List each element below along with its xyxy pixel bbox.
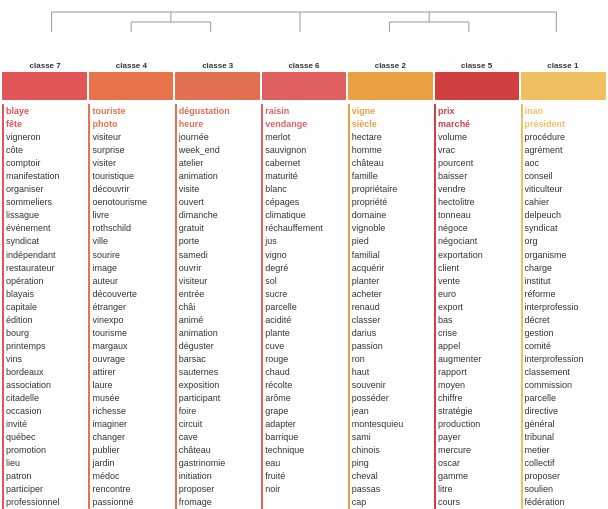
word-item: hectare: [352, 131, 431, 144]
word-item: acquérir: [352, 262, 431, 275]
word-item: jus: [265, 235, 344, 248]
word-item: passas: [352, 483, 431, 496]
word-item: metier: [525, 444, 604, 457]
word-item: musée: [92, 392, 171, 405]
word-item: prix: [438, 105, 517, 118]
word-item: montesquieu: [352, 418, 431, 431]
word-item: château: [179, 444, 258, 457]
word-item: rapport: [438, 366, 517, 379]
word-column-3: raisinvendangemerlotsauvignoncabernetmat…: [261, 104, 346, 509]
word-item: parcelle: [525, 392, 604, 405]
word-item: manifestation: [6, 170, 85, 183]
word-item: professionnel: [6, 496, 85, 509]
word-item: gratuit: [179, 222, 258, 235]
word-column-4: vignesièclehectarehommechâteaufamillepro…: [348, 104, 433, 509]
word-item: homme: [352, 144, 431, 157]
word-item: gastrinomie: [179, 457, 258, 470]
color-block-1: [521, 72, 606, 100]
word-item: syndicat: [6, 235, 85, 248]
word-item: proposer: [179, 483, 258, 496]
word-item: classer: [352, 314, 431, 327]
word-item: posséder: [352, 392, 431, 405]
word-column-6: inaoprésidentprocédureagrémentaocconseil…: [521, 104, 606, 509]
word-item: négociant: [438, 235, 517, 248]
word-item: charge: [525, 262, 604, 275]
word-item: visiter: [92, 157, 171, 170]
word-item: château: [352, 157, 431, 170]
word-item: mercure: [438, 444, 517, 457]
word-item: animé: [179, 314, 258, 327]
word-item: sauvignon: [265, 144, 344, 157]
word-item: oenotourisme: [92, 196, 171, 209]
word-item: marché: [438, 118, 517, 131]
word-item: jean: [352, 405, 431, 418]
word-item: blaye: [6, 105, 85, 118]
word-item: export: [438, 301, 517, 314]
word-item: hectolitre: [438, 196, 517, 209]
word-item: patron: [6, 470, 85, 483]
words-area: blayefêtevigneroncôtecomptoirmanifestati…: [2, 104, 606, 509]
class-label-6: classe 6: [261, 61, 347, 70]
word-item: dimanche: [179, 209, 258, 222]
word-item: syndicat: [525, 222, 604, 235]
color-block-3: [175, 72, 260, 100]
class-label-4: classe 4: [88, 61, 174, 70]
word-item: visiteur: [92, 131, 171, 144]
word-item: atelier: [179, 157, 258, 170]
word-item: institut: [525, 275, 604, 288]
word-item: directive: [525, 405, 604, 418]
word-item: interprofessio: [525, 301, 604, 314]
word-item: porte: [179, 235, 258, 248]
word-item: initiation: [179, 470, 258, 483]
word-item: découverte: [92, 288, 171, 301]
word-item: arôme: [265, 392, 344, 405]
word-item: participant: [179, 392, 258, 405]
word-item: fromage: [179, 496, 258, 509]
word-item: vigno: [265, 249, 344, 262]
word-item: imaginer: [92, 418, 171, 431]
word-item: citadelle: [6, 392, 85, 405]
word-item: stratégie: [438, 405, 517, 418]
word-item: chinois: [352, 444, 431, 457]
word-item: week_end: [179, 144, 258, 157]
word-item: vins: [6, 353, 85, 366]
word-item: vinexpo: [92, 314, 171, 327]
word-item: interprofession: [525, 353, 604, 366]
word-item: opération: [6, 275, 85, 288]
word-item: jardin: [92, 457, 171, 470]
word-item: rencontre: [92, 483, 171, 496]
word-item: cabernet: [265, 157, 344, 170]
word-item: laure: [92, 379, 171, 392]
word-item: siècle: [352, 118, 431, 131]
word-item: auteur: [92, 275, 171, 288]
word-item: production: [438, 418, 517, 431]
word-item: photo: [92, 118, 171, 131]
word-item: barsac: [179, 353, 258, 366]
word-item: blayais: [6, 288, 85, 301]
word-item: margaux: [92, 340, 171, 353]
word-item: changer: [92, 431, 171, 444]
word-item: édition: [6, 314, 85, 327]
word-column-1: touristephotovisiteursurprisevisitertour…: [88, 104, 173, 509]
word-item: vigneron: [6, 131, 85, 144]
word-item: vendange: [265, 118, 344, 131]
word-item: famille: [352, 170, 431, 183]
word-item: maturité: [265, 170, 344, 183]
word-item: visite: [179, 183, 258, 196]
word-item: fédération: [525, 496, 604, 509]
word-item: commission: [525, 379, 604, 392]
word-item: occasion: [6, 405, 85, 418]
word-item: attirer: [92, 366, 171, 379]
word-item: soulien: [525, 483, 604, 496]
word-item: surprise: [92, 144, 171, 157]
word-item: cahier: [525, 196, 604, 209]
word-item: pied: [352, 235, 431, 248]
word-item: merlot: [265, 131, 344, 144]
word-item: fruité: [265, 470, 344, 483]
word-item: delpeuch: [525, 209, 604, 222]
class-labels: classe 7 classe 4 classe 3 classe 6 clas…: [2, 61, 606, 70]
word-item: réchauffement: [265, 222, 344, 235]
word-item: étranger: [92, 301, 171, 314]
word-item: déguster: [179, 340, 258, 353]
word-item: vigne: [352, 105, 431, 118]
